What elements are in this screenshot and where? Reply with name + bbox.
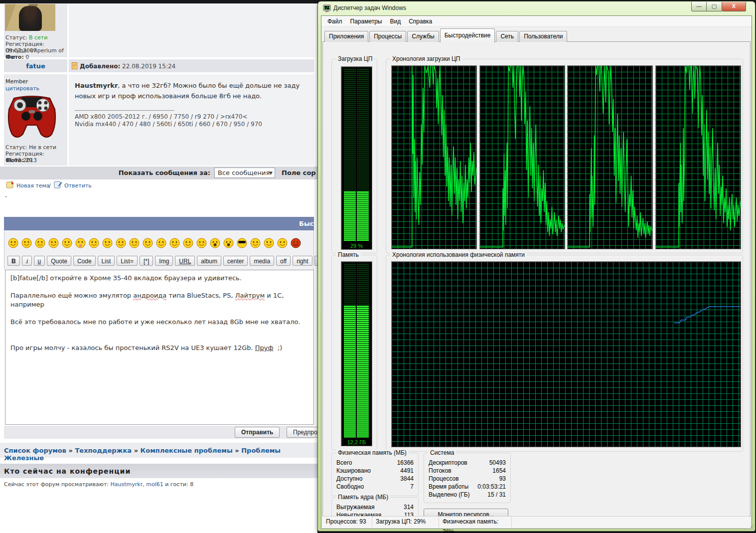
menu-item-файл[interactable]: Файл: [323, 17, 346, 26]
added-label: Добавлено:: [80, 63, 120, 70]
bbcode-code-button[interactable]: Code: [73, 256, 96, 266]
smiley-meter-icon[interactable]: [250, 237, 261, 249]
smiley-dart-icon[interactable]: [169, 237, 180, 249]
status-cell-2: Загрузка ЦП: 29%: [372, 517, 439, 528]
menu-item-параметры[interactable]: Параметры: [346, 17, 386, 26]
quote-link[interactable]: цитировать: [5, 85, 39, 92]
tab-5[interactable]: Сеть: [496, 31, 518, 42]
post-icon: [72, 62, 77, 69]
bbcode-off-button[interactable]: off: [276, 256, 291, 266]
minimize-button[interactable]: —: [691, 2, 707, 11]
maximize-button[interactable]: ▢: [707, 2, 722, 11]
avatar-figure: [19, 6, 42, 31]
bbcode-url-button[interactable]: URL: [175, 256, 195, 266]
smiley-cool-icon[interactable]: [236, 237, 248, 249]
smiley-angry-icon[interactable]: [61, 237, 73, 249]
new-topic-link[interactable]: Новая тема: [16, 182, 50, 189]
smiley-smirk-icon[interactable]: [129, 237, 140, 249]
smiley-rofl-icon[interactable]: [277, 237, 288, 249]
memory-gauge: 12,2 ГБ: [341, 261, 372, 446]
new-topic-icon: [6, 180, 14, 189]
menu-bar: ФайлПараметрыВидСправка: [321, 16, 752, 27]
smiley-lol2-icon[interactable]: [34, 237, 46, 249]
preview-button[interactable]: Предпросмотр: [287, 427, 317, 438]
smiley-cheers-icon[interactable]: [182, 237, 194, 249]
reply-link[interactable]: Ответить: [64, 182, 92, 189]
smiley-blow-icon[interactable]: [263, 237, 275, 249]
reply-text: [b]fatue[/b] откройте в Хроме 35-40 вкла…: [5, 270, 313, 356]
quick-reply-toolbars: BiuQuoteCodeListList=[*]ImgURLalbumcente…: [4, 230, 314, 270]
smiley-ball-icon[interactable]: [48, 237, 59, 249]
minimize-icon: —: [696, 3, 702, 9]
status-cell-empty: [512, 517, 750, 528]
breadcrumb-techsupport[interactable]: Техподдержка: [75, 447, 132, 454]
bbcode-u-button[interactable]: u: [34, 256, 45, 266]
show-posts-select[interactable]: Все сообщения ▼: [214, 168, 275, 178]
viewer-link-2[interactable]: mol61: [146, 481, 163, 488]
smiley-tongue-icon[interactable]: [75, 237, 86, 249]
breadcrumb-band: Список форумов » Техподдержка » Комплекс…: [0, 443, 317, 458]
msg-line3: Всё это требовалось мне по работе и уже …: [10, 318, 301, 326]
smiley-lol-icon[interactable]: [21, 237, 32, 249]
memory-history-graph: [391, 261, 741, 447]
bbcode-b-button[interactable]: B: [7, 256, 20, 266]
breadcrumb-forums-list[interactable]: Список форумов: [4, 447, 66, 454]
stat-value: 7: [410, 483, 414, 491]
actions-slash: /: [49, 182, 51, 189]
stat-value: 4491: [400, 467, 414, 475]
tab-2[interactable]: Процессы: [369, 31, 406, 42]
resize-grip[interactable]: [748, 524, 754, 530]
reply-textarea[interactable]: [b]fatue[/b] откройте в Хроме 35-40 вкла…: [5, 270, 314, 425]
cpu-gauge: 29 %: [341, 66, 372, 250]
smiley-point-icon[interactable]: [115, 237, 127, 249]
smiley-blush-icon[interactable]: [102, 237, 113, 249]
smiley-grin-icon[interactable]: [7, 237, 19, 249]
stat-value: 3844: [400, 475, 414, 483]
cpu-history-group-title: Хронология загрузки ЦП: [390, 55, 462, 62]
close-button[interactable]: X: [722, 2, 746, 11]
mention: Haustmyrkr: [75, 82, 118, 89]
viewer-link-1[interactable]: Haustmyrkr: [111, 481, 143, 488]
author-link[interactable]: fatue: [26, 62, 45, 70]
smiley-haha-icon[interactable]: [88, 237, 100, 249]
task-manager-window: Диспетчер задач Windows — ▢ X ФайлПараме…: [317, 1, 756, 532]
menu-item-вид[interactable]: Вид: [386, 17, 405, 26]
bbcode-center-button[interactable]: center: [223, 256, 248, 266]
bbcode-media-button[interactable]: media: [250, 256, 274, 266]
tab-6[interactable]: Пользователи: [519, 31, 567, 42]
stat-value: 93: [499, 475, 506, 483]
tab-3[interactable]: Службы: [407, 31, 439, 42]
smiley-roll-icon[interactable]: [155, 237, 167, 249]
status-line: Статус: В сети: [5, 34, 47, 41]
bbcode-list-button[interactable]: List: [98, 256, 115, 266]
signature-divider: [75, 110, 174, 111]
menu-item-справка[interactable]: Справка: [405, 17, 436, 26]
stat-label: Время работы: [429, 483, 468, 491]
smiley-wink-icon[interactable]: [142, 237, 153, 249]
title-bar[interactable]: Диспетчер задач Windows — ▢ X: [318, 1, 755, 15]
smiley-shock-icon[interactable]: [209, 237, 221, 249]
smiley-eek-icon[interactable]: [223, 237, 234, 249]
bbcode-right-button[interactable]: right: [293, 256, 312, 266]
bbcode-img-button[interactable]: Img: [155, 256, 173, 266]
smiley-cheers2-icon[interactable]: [196, 237, 207, 249]
stat-row: Доступно3844: [332, 475, 418, 483]
bbcode-list=-button[interactable]: List=: [117, 256, 138, 266]
smiley-redlol-icon[interactable]: [290, 237, 302, 249]
memory-led-dim: [357, 264, 369, 306]
gamepad-avatar: [7, 94, 57, 140]
tab-4[interactable]: Быстродействие: [440, 28, 495, 42]
bbcode-album-button[interactable]: album: [197, 256, 221, 266]
send-button[interactable]: Отправить: [235, 427, 280, 438]
cpu4-history-graph: [655, 65, 741, 249]
bbcode-i-button[interactable]: i: [22, 256, 32, 266]
cpu-led-lit: [344, 191, 356, 241]
bbcode-quote-button[interactable]: Quote: [47, 256, 71, 266]
msg-line2-mid: типа BlueStacs, PS,: [166, 292, 235, 299]
msg-line2-pre: Параллельно ещё можно эмулятор: [10, 292, 133, 299]
breadcrumb-complex-problems[interactable]: Комплексные проблемы: [141, 447, 233, 454]
bbcode-[*]-button[interactable]: [*]: [140, 256, 153, 266]
post-header-author-cell: fatue: [4, 59, 67, 72]
physical-memory-group-title: Физическая память (МБ): [336, 449, 409, 456]
tab-1[interactable]: Приложения: [324, 31, 368, 42]
